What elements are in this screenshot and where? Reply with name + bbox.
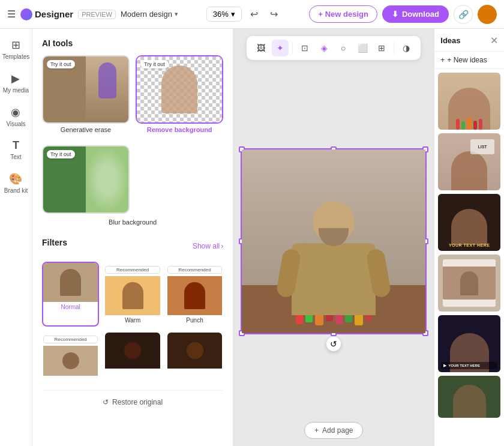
new-design-button[interactable]: + New design xyxy=(309,5,377,23)
try-badge-blur: Try it out xyxy=(47,150,75,158)
effects-tool-button[interactable]: ✦ xyxy=(272,40,289,56)
download-icon: ⬇ xyxy=(392,10,398,19)
canvas-frame[interactable]: ↺ xyxy=(241,148,427,334)
share-icon: 🔗 xyxy=(458,10,469,19)
add-page-bar: + Add page xyxy=(304,422,363,439)
chevron-down-icon: ▾ xyxy=(175,10,178,18)
hamburger-icon[interactable]: ☰ xyxy=(7,8,16,20)
idea-card-3[interactable]: YOUR TEXT HERE xyxy=(438,194,500,251)
ai-tool-remove-bg[interactable]: Try it out Remove background xyxy=(136,55,223,136)
recommended-badge-r2-1: Recommended xyxy=(43,336,98,343)
toolbar-strip: 🖼 ✦ ⊡ ◈ ○ ⬜ ⊞ ◑ xyxy=(247,36,421,60)
filters-header: Filters Show all › xyxy=(42,238,223,255)
topbar-right: + New design ⬇ Download 🔗 xyxy=(309,5,497,24)
image-tool-button[interactable]: 🖼 xyxy=(253,40,269,56)
sidebar-item-templates[interactable]: ⊞ Templates xyxy=(0,34,31,65)
rotate-handle[interactable]: ↺ xyxy=(326,337,341,351)
filter-label-warm: Warm xyxy=(105,315,160,325)
add-page-button[interactable]: + Add page xyxy=(304,422,363,439)
try-badge-remove-bg: Try it out xyxy=(140,60,169,68)
idea-card-4[interactable] xyxy=(438,255,500,312)
ideas-panel: Ideas ✕ + + New ideas xyxy=(434,29,504,446)
topbar-left: ☰ Designer PREVIEW Modern design ▾ xyxy=(7,8,178,20)
sidebar-label-text: Text xyxy=(10,154,21,160)
crop-tool-button[interactable]: ⊡ xyxy=(296,40,313,56)
canvas-area: 🖼 ✦ ⊡ ◈ ○ ⬜ ⊞ ◑ xyxy=(233,29,434,446)
add-page-plus-icon: + xyxy=(314,426,319,435)
undo-button[interactable]: ↩ xyxy=(247,6,262,22)
sidebar-label-brand-kit: Brand kit xyxy=(4,187,28,194)
logo-icon xyxy=(20,8,32,20)
new-ideas-button[interactable]: + + New ideas xyxy=(434,52,504,69)
filter-warm[interactable]: Recommended Warm xyxy=(104,262,161,327)
icon-sidebar: ⊞ Templates ▶ My media ◉ Visuals T Text … xyxy=(0,29,32,446)
download-button[interactable]: ⬇ Download xyxy=(382,5,449,23)
share-button[interactable]: 🔗 xyxy=(454,5,473,24)
new-ideas-plus-icon: + xyxy=(440,56,445,64)
filter-punch[interactable]: Recommended Punch xyxy=(166,262,223,327)
filter-grid-row2: Recommended xyxy=(42,331,223,381)
filter-label-punch: Punch xyxy=(167,315,222,325)
close-ideas-button[interactable]: ✕ xyxy=(490,35,498,46)
frame-tool-button[interactable]: ⬜ xyxy=(354,40,371,56)
filter-label-normal: Normal xyxy=(43,302,98,312)
restore-label: Restore original xyxy=(112,398,163,406)
filter-normal[interactable]: Normal xyxy=(42,262,99,327)
sidebar-item-my-media[interactable]: ▶ My media xyxy=(0,67,31,98)
filter-row2-1[interactable]: Recommended xyxy=(42,331,99,381)
canvas-wrapper: ↺ xyxy=(241,67,427,415)
filter-row2-3[interactable] xyxy=(166,331,223,381)
new-ideas-label: + New ideas xyxy=(447,56,487,64)
zoom-level: 36% xyxy=(213,10,229,19)
toolbar-divider-2 xyxy=(394,42,394,54)
logo: Designer xyxy=(20,8,73,20)
ai-tools-grid: Try it out Generative erase Try it out R… xyxy=(42,55,223,136)
filter-grid: Normal Recommended Warm Recommended xyxy=(42,262,223,327)
rotate-icon: ↺ xyxy=(330,339,337,349)
ai-tools-title: AI tools xyxy=(42,38,223,48)
ai-tool-generative-erase[interactable]: Try it out Generative erase xyxy=(42,55,130,136)
shape-tool-button[interactable]: ○ xyxy=(335,40,352,56)
my-media-icon: ▶ xyxy=(11,72,20,85)
zoom-chevron-icon: ▾ xyxy=(231,10,235,19)
remove-bg-tool-button[interactable]: ◈ xyxy=(316,40,332,56)
main-layout: ⊞ Templates ▶ My media ◉ Visuals T Text … xyxy=(0,29,504,446)
toolbar-divider-1 xyxy=(292,42,293,54)
ideas-list: LIST YOUR TEXT HERE xyxy=(434,69,504,446)
redo-button[interactable]: ↪ xyxy=(266,6,281,22)
zoom-button[interactable]: 36% ▾ xyxy=(206,7,242,22)
idea-card-5[interactable]: ▶ YOUR TEXT HERE xyxy=(438,315,500,372)
idea-overlay-text-3: YOUR TEXT HERE xyxy=(438,243,500,247)
topbar-center: 36% ▾ ↩ ↪ xyxy=(184,6,304,22)
visuals-icon: ◉ xyxy=(11,106,20,119)
brand-kit-icon: 🎨 xyxy=(9,172,22,185)
show-all-button[interactable]: Show all › xyxy=(193,242,223,250)
idea-card-1[interactable] xyxy=(438,73,500,130)
ai-label-blur: Blur background xyxy=(42,216,223,228)
logo-text: Designer xyxy=(35,9,73,19)
restore-original-button[interactable]: ↺ Restore original xyxy=(42,390,223,406)
adjust-tool-button[interactable]: ◑ xyxy=(398,40,415,56)
recommended-badge-punch: Recommended xyxy=(167,266,222,274)
ai-label-erase: Generative erase xyxy=(42,124,130,136)
idea-card-2[interactable]: LIST xyxy=(438,133,500,190)
filters-title: Filters xyxy=(42,238,67,247)
idea-card-6[interactable] xyxy=(438,376,500,418)
avatar[interactable] xyxy=(478,5,497,24)
filter-row2-2[interactable] xyxy=(104,331,161,381)
preview-badge: PREVIEW xyxy=(78,10,116,19)
sidebar-item-brand-kit[interactable]: 🎨 Brand kit xyxy=(0,167,31,199)
restore-icon: ↺ xyxy=(103,398,109,406)
topbar: ☰ Designer PREVIEW Modern design ▾ 36% ▾… xyxy=(0,0,504,29)
sidebar-label-visuals: Visuals xyxy=(6,121,25,127)
design-name-selector[interactable]: Modern design ▾ xyxy=(121,10,178,19)
sidebar-item-visuals[interactable]: ◉ Visuals xyxy=(0,101,31,132)
grid-tool-button[interactable]: ⊞ xyxy=(373,40,390,56)
templates-icon: ⊞ xyxy=(11,38,20,52)
design-name-label: Modern design xyxy=(121,10,172,19)
tools-panel: AI tools Try it out Generative erase xyxy=(32,29,233,446)
try-badge-erase: Try it out xyxy=(47,60,75,68)
ai-tool-blur-bg[interactable]: Try it out Blur background xyxy=(42,145,223,228)
canvas-image xyxy=(242,149,425,333)
sidebar-item-text[interactable]: T Text xyxy=(0,134,31,165)
